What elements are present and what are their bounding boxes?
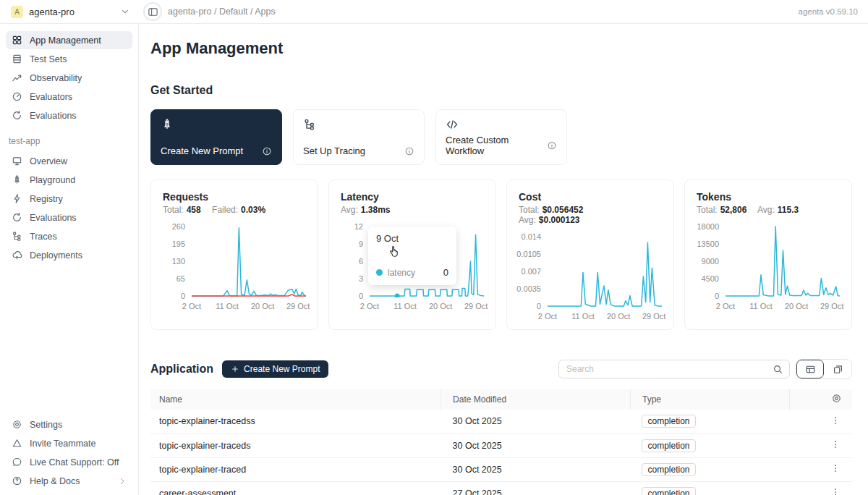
column-header-type[interactable]: Type xyxy=(630,389,789,410)
y-axis-labels: 00.00350.0070.01050.014 xyxy=(519,235,548,308)
sidebar-item-label: Settings xyxy=(30,420,62,430)
set-up-tracing-card[interactable]: Set Up Tracing xyxy=(293,109,425,165)
cost-chart-card: Cost Total:$0.056452 Avg:$0.000123 00.00… xyxy=(506,179,674,330)
search-icon[interactable] xyxy=(773,364,789,375)
column-header-date-modified[interactable]: Date Modified xyxy=(441,389,631,410)
sidebar-item-evaluations[interactable]: Evaluations xyxy=(6,106,132,124)
chart-stats: Avg:1.38ms xyxy=(341,205,484,215)
type-badge: completion xyxy=(642,439,695,452)
sidebar-item-app-management[interactable]: App Management xyxy=(6,31,132,49)
card-view-button[interactable] xyxy=(824,360,851,378)
table-view-button[interactable] xyxy=(796,360,824,378)
sidebar-item-label: Playground xyxy=(30,175,75,185)
get-started-cards: Create New Prompt Set Up Tracing Create … xyxy=(150,109,852,165)
sidebar-item-label: Deployments xyxy=(30,250,82,261)
row-menu-icon[interactable] xyxy=(830,487,841,495)
sidebar-item-label: Invite Teammate xyxy=(30,439,95,449)
sidebar-item-label: App Management xyxy=(30,35,101,46)
application-header: Application Create New Prompt xyxy=(150,359,852,379)
table-row[interactable]: career-assessment 27 Oct 2025 completion xyxy=(150,481,852,495)
table-settings-gear-icon[interactable] xyxy=(831,393,842,404)
chart-stats: Total:52,806 Avg:115.3 xyxy=(697,205,840,215)
requests-line-chart[interactable] xyxy=(192,225,306,297)
tooltip-series-name: latency xyxy=(388,268,415,278)
workspace-switcher[interactable]: A agenta-pro xyxy=(0,6,139,18)
table-row[interactable]: topic-explainer-traceds 30 Oct 2025 comp… xyxy=(150,433,852,457)
sidebar-item-deployments[interactable]: Deployments xyxy=(6,246,132,264)
topbar: A agenta-pro agenta-pro / Default / Apps… xyxy=(0,0,868,24)
app-name[interactable]: topic-explainer-tracedss xyxy=(150,410,441,433)
info-icon[interactable] xyxy=(262,146,272,156)
sidebar-item-overview[interactable]: Overview xyxy=(6,152,132,170)
card-label: Set Up Tracing xyxy=(303,145,365,156)
chart-stats: Total:$0.056452 Avg:$0.000123 xyxy=(519,205,662,225)
info-icon[interactable] xyxy=(404,146,414,156)
card-label: Create Custom Workflow xyxy=(446,135,547,156)
sidebar-item-test-sets[interactable]: Test Sets xyxy=(6,50,132,68)
table-row[interactable]: topic-explainer-traced 30 Oct 2025 compl… xyxy=(150,457,852,481)
create-new-prompt-card[interactable]: Create New Prompt xyxy=(150,109,282,165)
series-dot-icon xyxy=(376,269,383,276)
app-date-modified: 30 Oct 2025 xyxy=(441,433,631,457)
applications-table: Name Date Modified Type topic-explainer-… xyxy=(150,389,852,495)
sidebar-item-observability[interactable]: Observability xyxy=(6,69,132,87)
tree-icon xyxy=(303,118,414,131)
application-heading: Application xyxy=(150,363,213,376)
app-name[interactable]: topic-explainer-traced xyxy=(150,457,441,481)
sidebar-item-traces[interactable]: Traces xyxy=(6,227,132,245)
workspace-name: agenta-pro xyxy=(29,7,75,17)
chart-title: Latency xyxy=(341,191,484,203)
sidebar-toggle-button[interactable] xyxy=(143,2,162,21)
sidebar-item-label: Help & Docs xyxy=(30,476,80,486)
sidebar-item-help-docs[interactable]: Help & Docs xyxy=(6,472,132,490)
tooltip-value: 0 xyxy=(443,267,448,278)
app-name[interactable]: career-assessment xyxy=(150,481,441,495)
info-icon[interactable] xyxy=(547,140,557,151)
sidebar-item-label: Traces xyxy=(30,232,57,242)
row-menu-icon[interactable] xyxy=(830,439,841,449)
create-new-prompt-button[interactable]: Create New Prompt xyxy=(222,360,328,378)
sidebar-item-invite-teammate[interactable]: Invite Teammate xyxy=(6,434,132,452)
trend-icon xyxy=(12,72,22,83)
sidebar-item-live-chat[interactable]: Live Chat Support: Off xyxy=(6,453,132,471)
card-view-icon xyxy=(833,364,843,375)
requests-chart-card: Requests Total:458 Failed:0.03% 06513019… xyxy=(150,179,318,330)
y-axis-labels: 036912 xyxy=(341,225,370,297)
x-axis-labels: 2 Oct11 Oct20 Oct29 Oct xyxy=(726,300,840,312)
lightning-icon xyxy=(12,193,22,204)
tree-icon xyxy=(12,231,22,242)
cost-line-chart[interactable] xyxy=(548,235,662,308)
search-box xyxy=(558,360,790,378)
row-menu-icon[interactable] xyxy=(830,463,841,473)
sidebar-item-registry[interactable]: Registry xyxy=(6,190,132,208)
sidebar-item-label: Live Chat Support: Off xyxy=(30,457,119,468)
tokens-line-chart[interactable] xyxy=(726,225,840,297)
table-row[interactable]: topic-explainer-tracedss 30 Oct 2025 com… xyxy=(150,410,852,433)
column-header-name[interactable]: Name xyxy=(150,389,441,410)
app-date-modified: 27 Oct 2025 xyxy=(441,481,631,495)
create-custom-workflow-card[interactable]: Create Custom Workflow xyxy=(435,109,567,165)
refresh-icon xyxy=(12,110,22,121)
app-name[interactable]: topic-explainer-traceds xyxy=(150,433,441,457)
card-label: Create New Prompt xyxy=(161,145,243,156)
panel-collapse-icon xyxy=(148,7,158,17)
breadcrumb[interactable]: agenta-pro / Default / Apps xyxy=(168,7,276,17)
sidebar-item-playground[interactable]: Playground xyxy=(6,171,132,189)
x-axis-labels: 2 Oct11 Oct20 Oct29 Oct xyxy=(548,310,662,322)
row-menu-icon[interactable] xyxy=(830,415,841,426)
sidebar-item-label: Evaluations xyxy=(30,111,77,121)
plus-icon xyxy=(231,365,239,373)
y-axis-labels: 0450090001350018000 xyxy=(697,225,726,297)
sidebar-item-settings[interactable]: Settings xyxy=(6,415,132,433)
sidebar-item-label: Overview xyxy=(30,156,67,166)
app-date-modified: 30 Oct 2025 xyxy=(441,410,631,433)
page-title: App Management xyxy=(150,39,852,58)
tooltip-date: 9 Oct xyxy=(376,233,448,244)
view-toggle xyxy=(796,359,852,379)
sidebar-item-evaluators[interactable]: Evaluators xyxy=(6,88,132,106)
cloud-icon xyxy=(12,250,22,261)
help-icon xyxy=(12,475,22,486)
triangle-icon xyxy=(12,438,22,449)
search-input[interactable] xyxy=(559,364,773,374)
sidebar-item-evaluations-app[interactable]: Evaluations xyxy=(6,208,132,227)
